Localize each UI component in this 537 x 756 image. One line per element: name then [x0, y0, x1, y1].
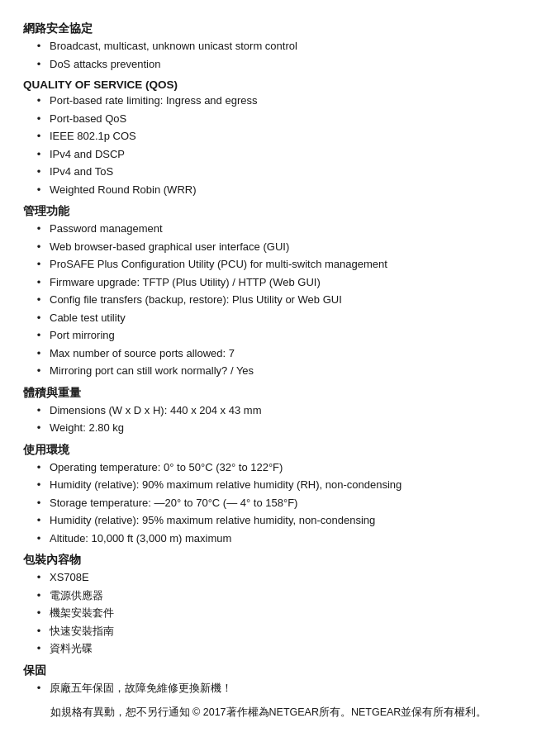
list-item: •Password management [31, 221, 514, 237]
section-title-qos: QUALITY OF SERVICE (QOS) [23, 78, 514, 91]
list-item: •Operating temperature: 0° to 50°C (32° … [31, 459, 514, 476]
bullet-list-environment: •Operating temperature: 0° to 50°C (32° … [31, 459, 514, 547]
list-item: •資料光碟 [31, 640, 514, 657]
bullet-text: Port-based rate limiting: Ingress and eg… [50, 93, 514, 109]
list-item: •Humidity (relative): 90% maximum relati… [31, 477, 514, 493]
list-item: •Cable test utility [31, 310, 514, 326]
bullet-icon: • [31, 128, 46, 145]
bullet-icon: • [31, 477, 46, 493]
bullet-text: 原廠五年保固，故障免維修更換新機！ [50, 680, 514, 697]
section-title-package: 包裝內容物 [23, 553, 514, 568]
bullet-icon: • [31, 239, 46, 255]
bullet-text: Weighted Round Robin (WRR) [50, 182, 514, 198]
bullet-text: Humidity (relative): 95% maximum relativ… [50, 512, 514, 529]
bullet-text: Storage temperature: —20° to 70°C (— 4° … [50, 495, 514, 511]
bullet-icon: • [31, 459, 46, 476]
bullet-list-dimensions: •Dimensions (W x D x H): 440 x 204 x 43 … [31, 402, 514, 436]
bullet-text: Altitude: 10,000 ft (3,000 m) maximum [50, 530, 514, 547]
bullet-icon: • [31, 345, 46, 362]
bullet-text: IPv4 and ToS [50, 164, 514, 180]
list-item: •Max number of source ports allowed: 7 [31, 345, 514, 362]
section-management: 管理功能•Password management•Web browser-bas… [23, 204, 514, 379]
list-item: •IEEE 802.1p COS [31, 128, 514, 145]
list-item: •原廠五年保固，故障免維修更換新機！ [31, 680, 514, 697]
bullet-icon: • [31, 327, 46, 344]
bullet-icon: • [31, 530, 46, 547]
list-item: •ProSAFE Plus Configuration Utility (PCU… [31, 256, 514, 273]
page-content: 網路安全協定•Broadcast, multicast, unknown uni… [23, 21, 514, 720]
list-item: •IPv4 and DSCP [31, 146, 514, 163]
list-item: •Dimensions (W x D x H): 440 x 204 x 43 … [31, 402, 514, 419]
bullet-text: 機架安裝套件 [50, 605, 514, 621]
bullet-text: Cable test utility [50, 310, 514, 326]
bullet-text: Port-based QoS [50, 111, 514, 127]
list-item: •Altitude: 10,000 ft (3,000 m) maximum [31, 530, 514, 547]
list-item: •機架安裝套件 [31, 605, 514, 621]
bullet-text: Weight: 2.80 kg [50, 420, 514, 436]
list-item: •DoS attacks prevention [31, 56, 514, 73]
bullet-icon: • [31, 56, 46, 73]
bullet-icon: • [31, 221, 46, 237]
bullet-icon: • [31, 310, 46, 326]
bullet-icon: • [31, 623, 46, 640]
section-qos: QUALITY OF SERVICE (QOS)•Port-based rate… [23, 78, 514, 197]
bullet-icon: • [31, 402, 46, 419]
section-title-dimensions: 體積與重量 [23, 386, 514, 401]
bullet-text: Password management [50, 221, 514, 237]
list-item: •Broadcast, multicast, unknown unicast s… [31, 38, 514, 55]
section-title-environment: 使用環境 [23, 443, 514, 458]
bullet-text: Mirroring port can still work normally? … [50, 363, 514, 379]
list-item: •Weight: 2.80 kg [31, 420, 514, 436]
bullet-list-network-security: •Broadcast, multicast, unknown unicast s… [31, 38, 514, 72]
bullet-text: XS708E [50, 569, 514, 586]
bullet-text: IPv4 and DSCP [50, 146, 514, 163]
bullet-icon: • [31, 111, 46, 127]
bullet-icon: • [31, 640, 46, 657]
bullet-text: 資料光碟 [50, 640, 514, 657]
bullet-text: DoS attacks prevention [50, 56, 514, 73]
list-item: •電源供應器 [31, 587, 514, 604]
bullet-icon: • [31, 256, 46, 273]
section-title-management: 管理功能 [23, 204, 514, 219]
bullet-text: Firmware upgrade: TFTP (Plus Utility) / … [50, 274, 514, 291]
list-item: •Firmware upgrade: TFTP (Plus Utility) /… [31, 274, 514, 291]
list-item: •Humidity (relative): 95% maximum relati… [31, 512, 514, 529]
section-title-network-security: 網路安全協定 [23, 21, 514, 36]
section-title-warranty: 保固 [23, 663, 514, 678]
bullet-text: Web browser-based graphical user interfa… [50, 239, 514, 255]
bullet-icon: • [31, 182, 46, 198]
section-warranty: 保固•原廠五年保固，故障免維修更換新機！ [23, 663, 514, 697]
footer-text: 如規格有異動，恕不另行通知 © 2017著作權為NETGEAR所有。NETGEA… [23, 704, 514, 720]
bullet-text: Config file transfers (backup, restore):… [50, 292, 514, 308]
bullet-icon: • [31, 495, 46, 511]
list-item: •IPv4 and ToS [31, 164, 514, 180]
bullet-icon: • [31, 363, 46, 379]
bullet-icon: • [31, 292, 46, 308]
list-item: •Weighted Round Robin (WRR) [31, 182, 514, 198]
list-item: •XS708E [31, 569, 514, 586]
bullet-list-warranty: •原廠五年保固，故障免維修更換新機！ [31, 680, 514, 697]
bullet-list-qos: •Port-based rate limiting: Ingress and e… [31, 93, 514, 197]
bullet-text: Dimensions (W x D x H): 440 x 204 x 43 m… [50, 402, 514, 419]
bullet-text: Broadcast, multicast, unknown unicast st… [50, 38, 514, 55]
list-item: •Mirroring port can still work normally?… [31, 363, 514, 379]
bullet-text: 快速安裝指南 [50, 623, 514, 640]
list-item: •Port-based QoS [31, 111, 514, 127]
bullet-icon: • [31, 680, 46, 697]
list-item: •快速安裝指南 [31, 623, 514, 640]
bullet-icon: • [31, 569, 46, 586]
section-dimensions: 體積與重量•Dimensions (W x D x H): 440 x 204 … [23, 386, 514, 436]
section-package: 包裝內容物•XS708E•電源供應器•機架安裝套件•快速安裝指南•資料光碟 [23, 553, 514, 657]
section-network-security: 網路安全協定•Broadcast, multicast, unknown uni… [23, 21, 514, 72]
bullet-text: Max number of source ports allowed: 7 [50, 345, 514, 362]
list-item: •Web browser-based graphical user interf… [31, 239, 514, 255]
bullet-icon: • [31, 274, 46, 291]
bullet-text: Operating temperature: 0° to 50°C (32° t… [50, 459, 514, 476]
list-item: •Port-based rate limiting: Ingress and e… [31, 93, 514, 109]
bullet-text: Humidity (relative): 90% maximum relativ… [50, 477, 514, 493]
bullet-icon: • [31, 146, 46, 163]
list-item: •Port mirroring [31, 327, 514, 344]
section-environment: 使用環境•Operating temperature: 0° to 50°C (… [23, 443, 514, 547]
bullet-icon: • [31, 93, 46, 109]
bullet-icon: • [31, 605, 46, 621]
